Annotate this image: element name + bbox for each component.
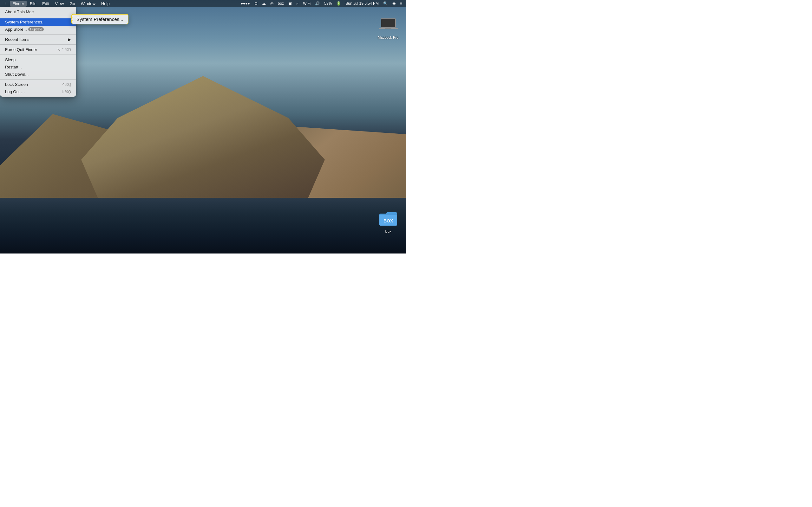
sleep-label: Sleep (5, 57, 15, 62)
help-menu[interactable]: Help (99, 1, 112, 7)
datetime: Sun Jul 19 6:54 PM (344, 1, 380, 6)
macbook-pro-desktop-icon[interactable]: Macbook Pro (376, 13, 400, 41)
battery-status: 53% (323, 1, 333, 6)
menu-separator-3 (0, 44, 76, 45)
macbook-pro-label: Macbook Pro (378, 36, 398, 39)
recent-items-label: Recent Items (5, 37, 30, 42)
screen-indicator: ⊡ (253, 1, 259, 6)
box-desktop-icon[interactable]: BOX Box (377, 207, 400, 234)
macbook-pro-icon-image (378, 14, 398, 34)
app-store-left: App Store... 1 update (5, 27, 44, 32)
shutdown-label: Shut Down... (5, 72, 29, 77)
about-this-mac-item[interactable]: About This Mac (0, 8, 76, 15)
ocean (0, 198, 406, 253)
volume-icon: 🔊 (314, 1, 321, 6)
menu-separator-1 (0, 17, 76, 17)
box-label: Box (386, 229, 392, 233)
macbook-pro-svg (378, 14, 398, 34)
logout-label: Log Out … (5, 89, 25, 94)
svg-rect-3 (385, 28, 392, 29)
svg-text:BOX: BOX (384, 218, 393, 223)
system-preferences-item[interactable]: System Preferences... (0, 18, 76, 26)
restart-item[interactable]: Restart... (0, 63, 76, 71)
logout-item[interactable]: Log Out … ⇧⌘Q (0, 88, 76, 95)
app-store-label: App Store... (5, 27, 27, 32)
system-preferences-tooltip: System Preferences... (71, 14, 129, 24)
force-quit-label: Force Quit Finder (5, 47, 37, 52)
window-menu[interactable]: Window (78, 1, 98, 7)
status-dots: ●●●● (240, 1, 251, 6)
lock-screen-item[interactable]: Lock Screen ^⌘Q (0, 81, 76, 88)
search-icon[interactable]: 🔍 (382, 1, 389, 6)
apple-dropdown-menu: About This Mac System Preferences... App… (0, 7, 76, 97)
logout-shortcut: ⇧⌘Q (61, 90, 71, 94)
recent-items-item[interactable]: Recent Items ▶ (0, 36, 76, 43)
box-folder-svg: BOX (378, 208, 398, 228)
app-store-item[interactable]: App Store... 1 update (0, 26, 76, 33)
wifi-icon: WiFi (302, 1, 312, 6)
force-quit-shortcut: ⌥⌃⌘D (57, 48, 71, 52)
display-icon: ▣ (287, 1, 293, 6)
go-menu[interactable]: Go (67, 1, 78, 7)
system-preferences-label: System Preferences... (5, 20, 46, 24)
shutdown-item[interactable]: Shut Down... (0, 71, 76, 78)
lock-screen-shortcut: ^⌘Q (62, 82, 71, 87)
box-menubar-icon: box (276, 1, 285, 6)
notification-center-icon[interactable]: ≡ (399, 1, 403, 6)
battery-icon: 🔋 (335, 1, 342, 6)
file-menu[interactable]: File (27, 1, 39, 7)
sleep-item[interactable]: Sleep (0, 56, 76, 63)
recent-items-arrow: ▶ (68, 37, 71, 42)
box-icon-image: BOX (378, 208, 398, 228)
svg-rect-1 (381, 19, 395, 27)
app-store-badge: 1 update (28, 27, 44, 32)
restart-label: Restart... (5, 65, 22, 69)
bluetooth-icon: ⑁ (295, 1, 300, 6)
menu-separator-5 (0, 79, 76, 79)
apple-menu-button[interactable]:  (3, 0, 9, 7)
menubar-right: ●●●● ⊡ ☁ ◎ box ▣ ⑁ WiFi 🔊 53% 🔋 Sun Jul … (240, 1, 403, 6)
edit-menu[interactable]: Edit (40, 1, 52, 7)
lock-screen-label: Lock Screen (5, 82, 28, 87)
cloud-icon: ☁ (261, 1, 267, 6)
view-menu[interactable]: View (52, 1, 66, 7)
about-this-mac-label: About This Mac (5, 9, 34, 14)
record-icon: ◎ (269, 1, 275, 6)
menubar-left:  Finder File Edit View Go Window Help (3, 0, 112, 7)
menu-separator-2 (0, 34, 76, 35)
finder-menu[interactable]: Finder (10, 1, 27, 7)
force-quit-item[interactable]: Force Quit Finder ⌥⌃⌘D (0, 46, 76, 53)
menubar:  Finder File Edit View Go Window Help ●… (0, 0, 406, 7)
siri-icon[interactable]: ◉ (391, 1, 397, 6)
sys-pref-tooltip-label: System Preferences... (77, 16, 123, 22)
